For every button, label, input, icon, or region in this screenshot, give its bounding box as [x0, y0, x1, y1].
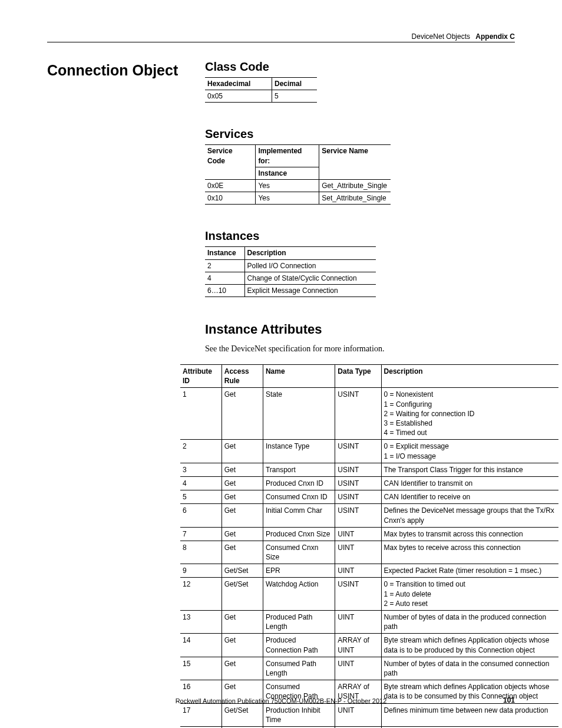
- cell: Produced Cnxn ID: [263, 476, 335, 490]
- cell: Get: [222, 440, 263, 463]
- header-chapter: Appendix C: [475, 32, 515, 41]
- table-row: 15GetConsumed Path LengthUINTNumber of b…: [180, 657, 558, 680]
- cell: Produced Connection Path: [263, 634, 335, 657]
- cell: USINT: [335, 578, 381, 611]
- table-row: 2GetInstance TypeUSINT0 = Explicit messa…: [180, 440, 558, 463]
- th-hex: Hexadecimal: [205, 78, 272, 90]
- instance-attributes-heading: Instance Attributes: [205, 322, 515, 337]
- class-code-section: Class Code Hexadecimal Decimal 0x05 5: [205, 60, 515, 103]
- th-instance: Instance: [205, 247, 244, 259]
- table-row: 2 Polled I/O Connection: [205, 259, 376, 272]
- cell: 1: [180, 388, 222, 440]
- th-dec: Decimal: [272, 78, 318, 90]
- cell: 8: [180, 541, 222, 564]
- cell: 0 = Nonexistent 1 = Configuring 2 = Wait…: [381, 388, 558, 440]
- running-header: DeviceNet Objects Appendix C: [47, 32, 515, 41]
- cell: Yes: [256, 179, 319, 192]
- cell: 0 = Explicit message 1 = I/O message: [381, 440, 558, 463]
- table-row: 1GetStateUSINT0 = Nonexistent 1 = Config…: [180, 388, 558, 440]
- class-code-heading: Class Code: [205, 60, 515, 74]
- instances-section: Instances Instance Description 2 Polled …: [205, 229, 515, 297]
- cell: 2: [205, 259, 244, 272]
- cell: ARRAY of UINT: [335, 634, 381, 657]
- page-number: 101: [503, 696, 515, 704]
- th-description: Description: [381, 365, 558, 388]
- instance-attributes-note: See the DeviceNet specification for more…: [205, 344, 515, 354]
- cell: Get_Attribute_Single: [319, 179, 391, 192]
- table-row: 6GetInitial Comm CharUSINTDefines the De…: [180, 504, 558, 527]
- table-row: 0x10 Yes Set_Attribute_Single: [205, 192, 391, 205]
- cell: Get: [222, 476, 263, 490]
- cell: Get: [222, 541, 263, 564]
- cell: 0 = Transition to timed out 1 = Auto del…: [381, 578, 558, 611]
- cell: Consumed Cnxn Size: [263, 541, 335, 564]
- cell: 0x10: [205, 192, 256, 205]
- cell: Get/Set: [222, 703, 263, 726]
- cell: UINT: [335, 611, 381, 634]
- cell: UINT: [335, 657, 381, 680]
- cell: USINT: [335, 388, 381, 440]
- cell: 13: [180, 611, 222, 634]
- cell: The Transport Class Trigger for this ins…: [381, 463, 558, 476]
- cell: Max bytes to receive across this connect…: [381, 541, 558, 564]
- cell: State: [263, 388, 335, 440]
- footer-publication: Rockwell Automation Publication 750COM-U…: [0, 697, 562, 704]
- instances-heading: Instances: [205, 229, 515, 243]
- cell: Number of bytes of data in the consumed …: [381, 657, 558, 680]
- cell: USINT: [335, 440, 381, 463]
- cell: Defines minimum time between new data pr…: [381, 703, 558, 726]
- cell: USINT: [335, 490, 381, 504]
- instance-attributes-section: Instance Attributes See the DeviceNet sp…: [205, 322, 515, 728]
- th-impl-for: Implemented for:: [256, 145, 319, 167]
- cell: 15: [180, 657, 222, 680]
- table-row: 4GetProduced Cnxn IDUSINTCAN Identifier …: [180, 476, 558, 490]
- header-rule: [47, 42, 515, 42]
- cell: Defines the DeviceNet message groups tha…: [381, 504, 558, 527]
- cell: Explicit Message Connection: [244, 284, 376, 297]
- cell: Consumed Path Length: [263, 657, 335, 680]
- th-data-type: Data Type: [335, 365, 381, 388]
- th-access-rule: Access Rule: [222, 365, 263, 388]
- cell: Initial Comm Char: [263, 504, 335, 527]
- cell: Instance Type: [263, 440, 335, 463]
- cell: USINT: [335, 476, 381, 490]
- cell: 6: [180, 504, 222, 527]
- cell: EPR: [263, 564, 335, 578]
- table-row: 3GetTransportUSINTThe Transport Class Tr…: [180, 463, 558, 476]
- cell: Change of State/Cyclic Connection: [244, 272, 376, 284]
- cell: 3: [180, 463, 222, 476]
- cell: 2: [180, 440, 222, 463]
- cell: UINT: [335, 564, 381, 578]
- cell: Yes: [256, 192, 319, 205]
- cell: USINT: [335, 504, 381, 527]
- cell: CAN Identifier to receive on: [381, 490, 558, 504]
- th-desc: Description: [244, 247, 376, 259]
- cell: Byte stream which defines Application ob…: [381, 634, 558, 657]
- table-row: 0x0E Yes Get_Attribute_Single: [205, 179, 391, 192]
- services-table: Service Code Implemented for: Service Na…: [205, 144, 391, 205]
- cell: 17: [180, 703, 222, 726]
- instance-attributes-table: Attribute ID Access Rule Name Data Type …: [180, 364, 558, 728]
- table-row: 7GetProduced Cnxn SizeUINTMax bytes to t…: [180, 527, 558, 541]
- table-row: 9Get/SetEPRUINTExpected Packet Rate (tim…: [180, 564, 558, 578]
- cell: Get: [222, 634, 263, 657]
- cell: Produced Path Length: [263, 611, 335, 634]
- table-row: 14GetProduced Connection PathARRAY of UI…: [180, 634, 558, 657]
- cell: 12: [180, 578, 222, 611]
- cell: Get: [222, 504, 263, 527]
- cell: Expected Packet Rate (timer resolution =…: [381, 564, 558, 578]
- cell: Consumed Cnxn ID: [263, 490, 335, 504]
- table-row: 4 Change of State/Cyclic Connection: [205, 272, 376, 284]
- cell: Polled I/O Connection: [244, 259, 376, 272]
- cell: Get: [222, 463, 263, 476]
- services-section: Services Service Code Implemented for: S…: [205, 127, 515, 205]
- cell: CAN Identifier to transmit on: [381, 476, 558, 490]
- cell: Get: [222, 527, 263, 541]
- cell: 14: [180, 634, 222, 657]
- cell: USINT: [335, 463, 381, 476]
- th-service-name: Service Name: [319, 145, 391, 180]
- table-row: 13GetProduced Path LengthUINTNumber of b…: [180, 611, 558, 634]
- table-row: 12Get/SetWatchdog ActionUSINT0 = Transit…: [180, 578, 558, 611]
- table-row: 8GetConsumed Cnxn SizeUINTMax bytes to r…: [180, 541, 558, 564]
- cell: UINT: [335, 527, 381, 541]
